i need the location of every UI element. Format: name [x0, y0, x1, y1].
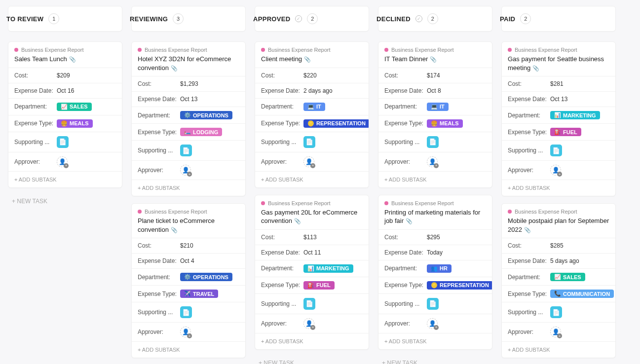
add-approver-icon[interactable]: +	[64, 163, 69, 168]
check-circle-icon: ✓	[295, 15, 302, 22]
approver-avatar[interactable]: 👤+	[180, 327, 191, 337]
label-cost: Cost:	[261, 72, 303, 79]
attachment-icon[interactable]: 📄	[180, 145, 192, 156]
card-title[interactable]: Mobile postpaid plan for September 2022📎	[508, 217, 609, 234]
tag-operations[interactable]: ⚙️ OPERATIONS	[180, 273, 232, 281]
value-date: Today	[427, 249, 443, 256]
attachment-icon[interactable]: 📄	[303, 136, 315, 148]
value-cost: $281	[550, 80, 564, 87]
add-approver-icon[interactable]: +	[187, 172, 192, 177]
new-task-button[interactable]: + NEW TASK	[255, 357, 369, 364]
card-title[interactable]: Gas payment for Seattle business meeting…	[508, 55, 609, 72]
column-header[interactable]: REVIEWING3	[131, 6, 246, 32]
approver-avatar[interactable]: 👤+	[303, 318, 314, 329]
operations-emoji-icon: ⚙️	[184, 112, 191, 118]
add-subtask-button[interactable]: + ADD SUBTASK	[255, 333, 369, 349]
add-approver-icon[interactable]: +	[310, 163, 315, 168]
task-card[interactable]: Business Expense ReportHotel XYZ 3D2N fo…	[131, 41, 246, 196]
row-department: Department:📊 MARKETING	[255, 260, 369, 277]
approver-avatar[interactable]: 👤+	[427, 318, 438, 329]
sales-emoji-icon: 📈	[61, 104, 68, 110]
card-title[interactable]: Hotel XYZ 3D2N for eCommerce convention📎	[138, 55, 239, 72]
tag-operations[interactable]: ⚙️ OPERATIONS	[180, 111, 232, 119]
tag-fuel[interactable]: ⛽ FUEL	[550, 128, 581, 136]
card-title[interactable]: Printing of marketing materials for job …	[384, 208, 486, 225]
tag-marketing[interactable]: 📊 MARKETING	[550, 111, 600, 119]
add-approver-icon[interactable]: +	[557, 333, 562, 338]
add-approver-icon[interactable]: +	[434, 163, 439, 168]
tag-sales[interactable]: 📈 SALES	[57, 103, 92, 111]
tag-travel[interactable]: ✈️ TRAVEL	[180, 290, 218, 298]
card-title[interactable]: IT Team Dinner📎	[384, 55, 486, 64]
tag-it[interactable]: 💻 IT	[427, 103, 449, 111]
add-subtask-button[interactable]: + ADD SUBTASK	[132, 180, 245, 196]
approver-avatar[interactable]: 👤+	[550, 327, 561, 337]
add-subtask-button[interactable]: + ADD SUBTASK	[132, 341, 245, 358]
row-department: Department:📈 SALES	[8, 98, 122, 115]
approver-avatar[interactable]: 👤+	[303, 156, 314, 167]
add-approver-icon[interactable]: +	[557, 172, 562, 177]
add-subtask-button[interactable]: + ADD SUBTASK	[502, 341, 615, 358]
add-subtask-button[interactable]: + ADD SUBTASK	[8, 171, 122, 187]
tag-fuel[interactable]: ⛽ FUEL	[303, 281, 335, 290]
tag-meals[interactable]: 🍔 MEALS	[427, 119, 463, 128]
column-header[interactable]: APPROVED✓2	[255, 6, 369, 32]
add-approver-icon[interactable]: +	[187, 333, 192, 338]
tag-representation[interactable]: 🪙 REPRESENTATION	[303, 119, 369, 128]
add-approver-icon[interactable]: +	[434, 325, 439, 330]
task-card[interactable]: Business Expense ReportPlane ticket to e…	[131, 203, 246, 358]
lodging-emoji-icon: 🛏️	[184, 129, 191, 135]
attachment-icon[interactable]: 📄	[427, 136, 439, 148]
column-title: DECLINED	[376, 15, 411, 23]
task-card[interactable]: Business Expense ReportPrinting of marke…	[378, 195, 492, 350]
add-approver-icon[interactable]: +	[310, 325, 315, 330]
attachment-icon[interactable]: 📄	[303, 298, 315, 310]
tag-sales[interactable]: 📈 SALES	[550, 273, 585, 281]
tag-hr[interactable]: 👥 HR	[427, 264, 452, 273]
column-header[interactable]: TO REVIEW1	[8, 6, 122, 32]
tag-marketing[interactable]: 📊 MARKETING	[303, 264, 353, 273]
tag-communication[interactable]: 📞 COMMUNICATION	[550, 290, 614, 298]
add-subtask-button[interactable]: + ADD SUBTASK	[255, 171, 369, 187]
task-card[interactable]: Business Expense ReportClient meeting📎Co…	[255, 41, 369, 188]
row-department: Department:📈 SALES	[502, 268, 615, 285]
tag-it[interactable]: 💻 IT	[303, 103, 325, 111]
attachment-icon[interactable]: 📄	[57, 136, 69, 148]
task-card[interactable]: Business Expense ReportGas payment 20L f…	[255, 195, 369, 350]
card-title[interactable]: Plane ticket to eCommerce convention📎	[138, 217, 239, 234]
task-card[interactable]: Business Expense ReportSales Team Lunch📎…	[8, 41, 122, 188]
attachment-icon[interactable]: 📄	[550, 306, 562, 318]
task-card[interactable]: Business Expense ReportIT Team Dinner📎Co…	[378, 41, 492, 188]
new-task-button[interactable]: + NEW TASK	[8, 195, 122, 208]
type-tag-wrap: 🪙 REPRESENTATION	[303, 119, 369, 128]
card-title[interactable]: Sales Team Lunch📎	[14, 55, 116, 64]
row-date: Expense Date:Oct 13	[132, 91, 245, 107]
label-cost: Cost:	[384, 72, 427, 79]
column-title: PAID	[500, 15, 515, 23]
add-subtask-button[interactable]: + ADD SUBTASK	[378, 333, 492, 349]
tag-lodging[interactable]: 🛏️ LODGING	[180, 128, 222, 136]
column-header[interactable]: PAID2	[501, 6, 616, 32]
approver-avatar[interactable]: 👤+	[180, 165, 191, 176]
add-subtask-button[interactable]: + ADD SUBTASK	[502, 180, 615, 196]
attachment-icon[interactable]: 📄	[427, 298, 439, 310]
label-date: Expense Date:	[138, 257, 180, 264]
add-subtask-button[interactable]: + ADD SUBTASK	[378, 171, 492, 187]
tag-meals[interactable]: 🍔 MEALS	[57, 119, 93, 128]
folder-dot-icon	[261, 48, 265, 52]
attachment-icon[interactable]: 📄	[550, 145, 562, 156]
card-title[interactable]: Gas payment 20L for eCommerce convention…	[261, 208, 363, 225]
card-title[interactable]: Client meeting📎	[261, 55, 363, 64]
task-card[interactable]: Business Expense ReportMobile postpaid p…	[501, 203, 616, 358]
new-task-button[interactable]: + NEW TASK	[378, 357, 492, 364]
task-card[interactable]: Business Expense ReportGas payment for S…	[501, 41, 616, 196]
approver-avatar[interactable]: 👤+	[57, 156, 68, 167]
column-count: 1	[48, 13, 59, 24]
label-date: Expense Date:	[384, 249, 427, 256]
tag-representation[interactable]: 🪙 REPRESENTATION	[427, 281, 492, 290]
approver-avatar[interactable]: 👤+	[427, 156, 438, 167]
label-cost: Cost:	[138, 80, 180, 87]
approver-avatar[interactable]: 👤+	[550, 165, 561, 176]
attachment-icon[interactable]: 📄	[180, 306, 192, 318]
column-header[interactable]: DECLINED✓2	[378, 6, 492, 32]
